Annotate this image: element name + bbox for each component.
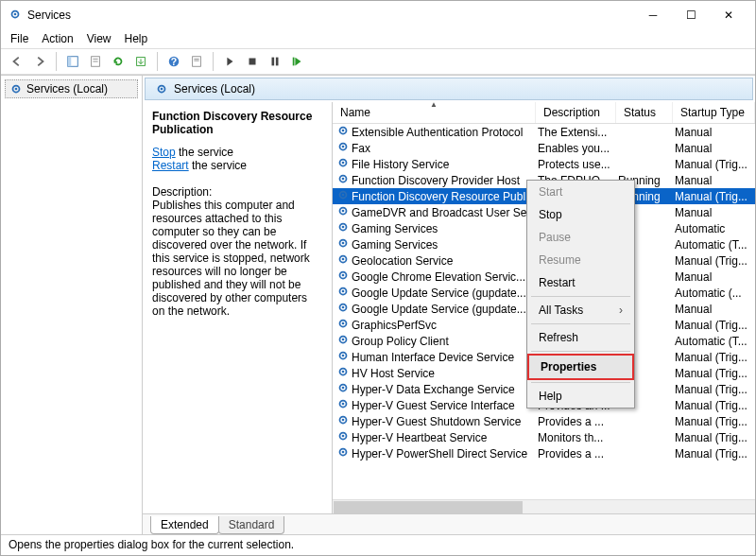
status-bar: Opens the properties dialog box for the …	[1, 534, 755, 555]
service-name: Gaming Services	[350, 238, 538, 252]
service-row[interactable]: Extensible Authentication ProtocolThe Ex…	[333, 124, 755, 140]
service-startup: Manual	[675, 303, 755, 316]
pause-service-button[interactable]	[265, 51, 285, 72]
service-name: Extensible Authentication Protocol	[350, 126, 538, 139]
service-startup: Manual	[675, 206, 755, 219]
start-service-button[interactable]	[219, 51, 240, 72]
minimize-button[interactable]: ─	[634, 2, 672, 28]
svg-point-40	[342, 274, 345, 277]
refresh-button[interactable]	[108, 51, 129, 72]
service-startup: Automatic (T...	[675, 238, 755, 252]
service-name: Fax	[350, 142, 538, 155]
service-row[interactable]: File History ServiceProtects use...Manua…	[333, 156, 755, 172]
gear-icon	[336, 349, 350, 365]
service-name: Hyper-V Heartbeat Service	[350, 431, 538, 444]
svg-rect-3	[68, 57, 72, 67]
svg-point-30	[342, 194, 345, 197]
svg-rect-15	[276, 58, 279, 66]
tab-standard[interactable]: Standard	[218, 516, 285, 534]
service-description: The Extensi...	[538, 126, 618, 139]
export-button[interactable]	[130, 51, 151, 72]
gear-icon	[336, 413, 350, 429]
service-row[interactable]: FaxEnables you...Manual	[333, 140, 755, 156]
gear-icon	[336, 269, 350, 285]
close-button[interactable]: ✕	[710, 2, 747, 28]
view-tabs: Extended Standard	[143, 513, 755, 534]
console-tree[interactable]: Services (Local)	[1, 76, 143, 534]
gear-icon	[336, 140, 350, 156]
show-hide-tree-button[interactable]	[62, 51, 83, 72]
tree-item-services-local[interactable]: Services (Local)	[5, 79, 138, 98]
back-button[interactable]	[7, 51, 27, 72]
gear-icon	[336, 124, 350, 140]
service-row[interactable]: Hyper-V Guest Shutdown ServiceProvides a…	[333, 413, 755, 429]
panel-header-label: Services (Local)	[174, 82, 255, 96]
service-startup: Manual (Trig...	[675, 158, 755, 171]
gear-icon	[336, 381, 350, 397]
column-status[interactable]: Status	[616, 102, 673, 123]
services-icon	[9, 8, 22, 24]
svg-point-58	[342, 419, 345, 422]
svg-point-34	[342, 226, 345, 229]
svg-rect-13	[249, 59, 256, 65]
service-name: Google Update Service (gupdate...	[350, 303, 538, 316]
stop-service-link[interactable]: Stop	[152, 146, 176, 159]
svg-point-20	[161, 88, 163, 91]
svg-point-26	[342, 162, 345, 165]
svg-point-28	[342, 178, 345, 181]
svg-point-32	[342, 210, 345, 213]
help-button[interactable]: ?	[163, 51, 184, 72]
svg-point-38	[342, 258, 345, 261]
service-name: Gaming Services	[350, 222, 538, 235]
description-text: Publishes this computer and resources at…	[152, 199, 322, 318]
ctx-pause: Pause	[527, 226, 634, 249]
service-startup: Manual (Trig...	[675, 367, 755, 380]
service-startup: Manual (Trig...	[675, 190, 755, 203]
context-menu: Start Stop Pause Resume Restart All Task…	[526, 180, 635, 408]
gear-icon	[336, 397, 350, 413]
service-startup: Automatic	[675, 222, 755, 235]
tab-extended[interactable]: Extended	[150, 516, 219, 534]
service-name: Function Discovery Provider Host	[350, 174, 538, 187]
gear-icon	[336, 285, 350, 301]
ctx-restart[interactable]: Restart	[527, 271, 634, 294]
ctx-all-tasks[interactable]: All Tasks	[527, 299, 634, 321]
service-description: Enables you...	[538, 142, 618, 155]
restart-service-link[interactable]: Restart	[152, 159, 189, 172]
service-row[interactable]: Hyper-V PowerShell Direct ServiceProvide…	[333, 445, 755, 461]
column-headers: ▲Name Description Status Startup Type	[333, 102, 755, 124]
ctx-stop[interactable]: Stop	[527, 203, 634, 226]
menu-help[interactable]: Help	[125, 32, 148, 45]
service-startup: Manual (Trig...	[675, 431, 755, 444]
service-startup: Manual	[675, 270, 755, 284]
maximize-button[interactable]: ☐	[672, 2, 710, 28]
menu-file[interactable]: File	[10, 32, 28, 45]
stop-service-button[interactable]	[242, 51, 263, 72]
ctx-refresh[interactable]: Refresh	[527, 326, 634, 349]
ctx-help[interactable]: Help	[527, 385, 634, 408]
gear-icon	[336, 172, 350, 188]
export-list-button[interactable]	[85, 51, 106, 72]
service-description: Provides a ...	[538, 447, 618, 460]
properties-button[interactable]	[186, 51, 207, 72]
svg-point-54	[342, 387, 345, 390]
forward-button[interactable]	[29, 51, 50, 72]
ctx-properties[interactable]: Properties	[527, 354, 634, 380]
horizontal-scrollbar[interactable]	[333, 499, 755, 513]
ctx-resume: Resume	[527, 249, 634, 271]
menu-view[interactable]: View	[87, 32, 112, 45]
service-row[interactable]: Hyper-V Heartbeat ServiceMonitors th...M…	[333, 429, 755, 445]
column-startup-type[interactable]: Startup Type	[673, 102, 755, 123]
restart-service-button[interactable]	[287, 51, 308, 72]
services-list[interactable]: ▲Name Description Status Startup Type Ex…	[332, 102, 755, 513]
svg-point-62	[342, 451, 345, 454]
menu-action[interactable]: Action	[42, 32, 73, 45]
column-name[interactable]: ▲Name	[333, 102, 536, 123]
details-pane: Services (Local) Function Discovery Reso…	[143, 76, 755, 534]
gear-icon	[336, 445, 350, 461]
column-description[interactable]: Description	[536, 102, 616, 123]
service-startup: Manual (Trig...	[675, 415, 755, 428]
service-name: GameDVR and Broadcast User Se...	[350, 206, 538, 219]
service-startup: Automatic (T...	[675, 335, 755, 348]
window-title: Services	[27, 9, 634, 22]
